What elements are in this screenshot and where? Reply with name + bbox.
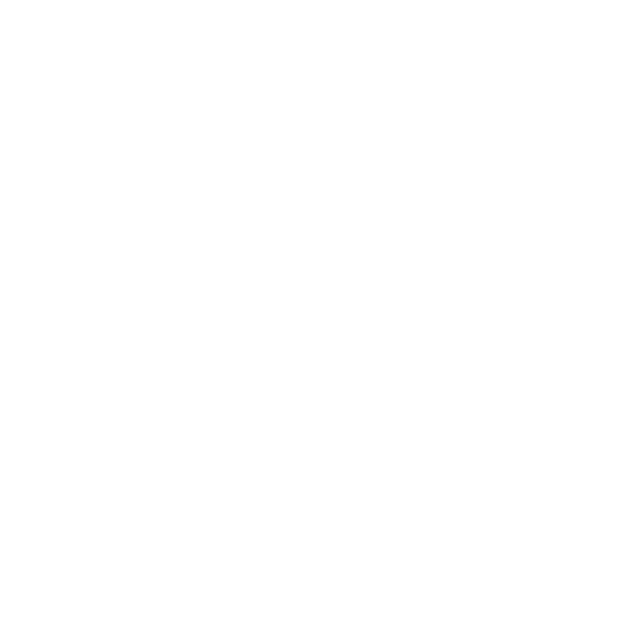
chart-svg [0,0,644,644]
bottleneck-chart [0,0,644,644]
